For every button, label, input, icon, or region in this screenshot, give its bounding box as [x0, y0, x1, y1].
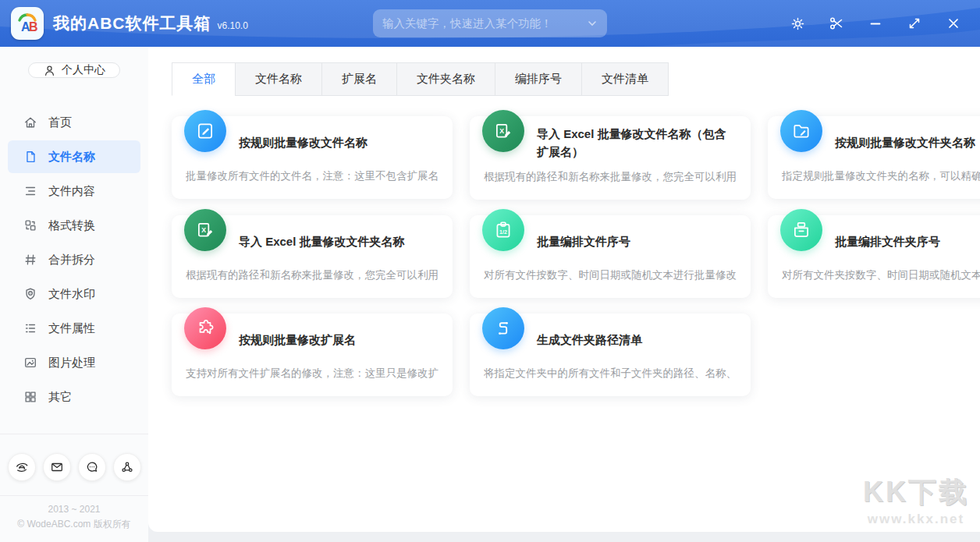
card-number-files[interactable]: 1/2 批量编排文件序号 对所有文件按数字、时间日期或随机文本进行批量修改 [470, 215, 751, 298]
card-desc: 根据现有的路径和新名称来批量修改，您完全可以利用 [484, 170, 737, 184]
scissors-icon[interactable] [821, 9, 852, 37]
share-icon[interactable] [113, 453, 141, 481]
person-icon [43, 64, 56, 77]
card-title: 批量编排文件序号 [537, 225, 737, 259]
close-icon[interactable] [938, 9, 969, 37]
sidebar-item-label: 格式转换 [48, 218, 95, 233]
card-excel-rename-files[interactable]: X 导入 Excel 批量修改文件名称（包含扩展名） 根据现有的路径和新名称来批… [470, 116, 751, 200]
sidebar-item-other[interactable]: 其它 [8, 381, 140, 413]
card-desc: 根据现有的路径和新名称来批量修改，您完全可以利用 [186, 268, 439, 282]
sidebar-item-label: 图片处理 [48, 356, 95, 370]
number-folder-icon [780, 209, 822, 251]
image-process-icon [23, 356, 37, 370]
card-desc: 批量修改所有文件的文件名，注意：这里不包含扩展名 [186, 169, 439, 183]
chevron-down-icon [587, 18, 598, 29]
title-bar: A B 我的ABC软件工具箱 v6.10.0 输入关键字，快速进入某个功能！ [0, 0, 980, 47]
card-excel-rename-folders[interactable]: X 导入 Excel 批量修改文件夹名称 根据现有的路径和新名称来批量修改，您完… [172, 215, 453, 298]
watermark-icon [23, 287, 37, 301]
sidebar-item-label: 文件名称 [48, 150, 95, 165]
card-title: 按规则批量修改文件夹名称 [835, 126, 980, 160]
file-props-icon [23, 321, 37, 335]
edit-folder-icon [780, 110, 822, 152]
svg-text:X: X [499, 127, 504, 135]
svg-text:X: X [201, 226, 206, 234]
sidebar-item-file-name[interactable]: 文件名称 [8, 140, 140, 173]
card-desc: 指定规则批量修改文件夹的名称，可以精确与模糊查找 [782, 169, 980, 183]
card-title: 生成文件夹路径清单 [537, 323, 737, 357]
sidebar-item-watermark[interactable]: 文件水印 [8, 278, 140, 310]
card-desc: 对所有文件按数字、时间日期或随机文本进行批量修改 [484, 268, 737, 282]
app-logo-icon: A B [11, 7, 44, 40]
personal-center-label: 个人中心 [62, 63, 105, 77]
card-rename-files[interactable]: 按规则批量修改文件名称 批量修改所有文件的文件名，注意：这里不包含扩展名 [172, 116, 453, 199]
file-name-icon [23, 150, 37, 164]
number-file-icon: 1/2 [482, 209, 524, 251]
excel-import-icon: X [482, 110, 524, 152]
watermark-logo: KK下载 [863, 473, 969, 512]
sidebar-item-label: 首页 [48, 115, 72, 130]
edit-extension-icon [184, 307, 226, 349]
sidebar-item-label: 其它 [48, 390, 72, 405]
watermark-url: www.kkx.net [863, 512, 969, 527]
card-title: 导入 Excel 批量修改文件名称（包含扩展名） [537, 126, 737, 161]
sidebar-item-label: 文件内容 [48, 184, 95, 199]
copyright-text: © WodeABC.com 版权所有 [0, 517, 148, 532]
merge-split-icon [23, 253, 37, 267]
file-content-icon [23, 184, 37, 198]
personal-center-button[interactable]: 个人中心 [28, 62, 120, 78]
tab-folder-name[interactable]: 文件夹名称 [396, 62, 495, 96]
sidebar-item-file-content[interactable]: 文件内容 [8, 175, 140, 207]
tab-sequence[interactable]: 编排序号 [495, 62, 582, 96]
format-convert-icon [23, 218, 37, 232]
excel-import-folder-icon: X [184, 209, 226, 251]
main-panel: 全部 文件名称 扩展名 文件夹名称 编排序号 文件清单 按规则批量修改文件名称 … [148, 47, 980, 532]
app-window: A B 我的ABC软件工具箱 v6.10.0 输入关键字，快速进入某个功能！ [0, 0, 980, 542]
home-icon [23, 115, 37, 129]
sidebar-item-label: 合并拆分 [48, 253, 95, 267]
card-desc: 对所有文件夹按数字、时间日期或随机文本进行批量修 [782, 268, 980, 282]
path-list-icon [482, 307, 524, 349]
sidebar-footer: 2013 ~ 2021 © WodeABC.com 版权所有 [0, 420, 148, 542]
copyright-years: 2013 ~ 2021 [0, 502, 148, 517]
quick-search-input[interactable]: 输入关键字，快速进入某个功能！ [373, 9, 607, 37]
sidebar-item-merge-split[interactable]: 合并拆分 [8, 243, 140, 276]
tab-file-name[interactable]: 文件名称 [235, 62, 322, 96]
app-title: 我的ABC软件工具箱 [53, 12, 211, 34]
card-title: 导入 Excel 批量修改文件夹名称 [239, 225, 439, 259]
sidebar-divider [0, 434, 148, 434]
svg-text:1/2: 1/2 [499, 229, 507, 235]
card-title: 按规则批量修改文件名称 [239, 126, 439, 160]
settings-gear-icon[interactable] [782, 9, 813, 37]
chat-icon[interactable] [78, 453, 106, 481]
category-tabs: 全部 文件名称 扩展名 文件夹名称 编排序号 文件清单 [172, 62, 957, 96]
edit-file-icon [184, 110, 226, 152]
browser-icon[interactable] [8, 453, 36, 481]
card-rename-folders[interactable]: 按规则批量修改文件夹名称 指定规则批量修改文件夹的名称，可以精确与模糊查找 [768, 116, 980, 199]
card-desc: 将指定文件夹中的所有文件和子文件夹的路径、名称、 [484, 367, 737, 381]
site-watermark: KK下载 www.kkx.net [863, 473, 969, 527]
card-title: 批量编排文件夹序号 [835, 225, 980, 259]
sidebar-item-format-convert[interactable]: 格式转换 [8, 209, 140, 242]
other-icon [23, 390, 37, 404]
minimize-icon[interactable] [860, 9, 891, 37]
card-number-folders[interactable]: 批量编排文件夹序号 对所有文件夹按数字、时间日期或随机文本进行批量修 [768, 215, 980, 298]
card-edit-extensions[interactable]: 按规则批量修改扩展名 支持对所有文件扩展名的修改，注意：这里只是修改扩 [172, 314, 453, 396]
resize-icon[interactable] [899, 9, 930, 37]
feature-card-grid: 按规则批量修改文件名称 批量修改所有文件的文件名，注意：这里不包含扩展名 X 导… [172, 116, 957, 396]
card-title: 按规则批量修改扩展名 [239, 323, 439, 357]
sidebar-item-home[interactable]: 首页 [8, 106, 140, 139]
mail-icon[interactable] [43, 453, 71, 481]
tab-all[interactable]: 全部 [172, 62, 236, 96]
sidebar: 个人中心 首页 文件名称 [0, 47, 148, 542]
svg-text:B: B [29, 20, 38, 34]
tab-extension[interactable]: 扩展名 [321, 62, 397, 96]
sidebar-item-image-process[interactable]: 图片处理 [8, 346, 140, 379]
card-generate-path-list[interactable]: 生成文件夹路径清单 将指定文件夹中的所有文件和子文件夹的路径、名称、 [470, 314, 751, 396]
sidebar-nav: 首页 文件名称 文件内容 [0, 100, 148, 420]
card-desc: 支持对所有文件扩展名的修改，注意：这里只是修改扩 [186, 367, 439, 381]
app-version: v6.10.0 [218, 20, 248, 31]
tab-file-list[interactable]: 文件清单 [581, 62, 669, 96]
sidebar-item-label: 文件水印 [48, 287, 95, 302]
sidebar-item-file-props[interactable]: 文件属性 [8, 312, 140, 345]
search-placeholder: 输入关键字，快速进入某个功能！ [382, 16, 587, 31]
